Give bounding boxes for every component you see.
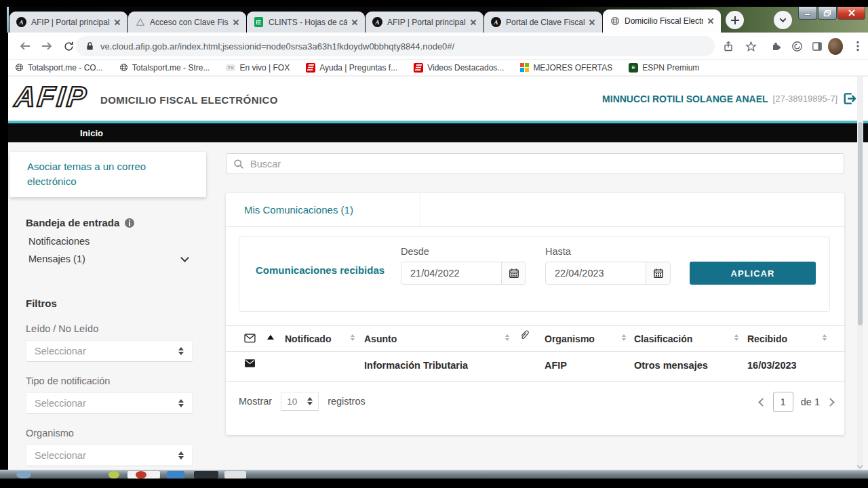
select-arrows-icon (178, 399, 184, 407)
info-icon[interactable] (124, 218, 135, 228)
extension-circle-icon[interactable] (789, 39, 804, 54)
tab-close-icon[interactable] (469, 18, 478, 27)
filter-select-organismo[interactable]: Seleccionar (26, 445, 193, 466)
browser-tab-2[interactable]: Acceso con Clave Fisca (128, 12, 246, 33)
taskbar-icon (108, 471, 119, 479)
apply-button[interactable]: APLICAR (690, 262, 816, 285)
taskbar-icon (167, 471, 184, 479)
nav-item-inicio[interactable]: Inicio (80, 128, 103, 138)
bookmark-item[interactable]: E ESPN Premium (629, 63, 699, 73)
bookmark-item[interactable]: TV En vivo | FOX (226, 63, 290, 73)
page-next-icon[interactable] (826, 398, 835, 407)
window-maximize-button[interactable] (818, 7, 837, 20)
tab-title: Portal de Clave Fiscal (506, 18, 585, 27)
sidebar-item-mensajes[interactable]: Mensajes (1) (28, 253, 85, 264)
forward-icon[interactable] (39, 39, 54, 54)
tab-close-icon[interactable] (113, 18, 122, 27)
page-number-input[interactable] (773, 392, 793, 412)
sort-icon[interactable] (734, 334, 738, 341)
tab-mis-comunicaciones[interactable]: Mis Comunicaciones (1) (226, 193, 420, 226)
bookmark-star-icon[interactable] (743, 39, 758, 54)
browser-tab-active[interactable]: Domicilio Fiscal Electró (603, 9, 721, 33)
browser-tab-4[interactable]: A AFIP | Portal principal (366, 12, 484, 33)
afip-header: AFIP DOMICILIO FISCAL ELECTRÓNICO MINNUC… (8, 76, 868, 121)
filter-select-tipo[interactable]: Seleccionar (26, 392, 193, 414)
globe-icon (15, 63, 24, 72)
search-box[interactable] (226, 153, 844, 174)
cell-asunto: Información Tributaria (364, 360, 468, 371)
scrollbar-thumb[interactable] (858, 122, 863, 325)
reload-icon[interactable] (61, 39, 76, 54)
tab-close-icon[interactable] (587, 18, 597, 27)
extensions-puzzle-icon[interactable] (768, 39, 783, 54)
tab-close-icon[interactable] (231, 18, 241, 27)
column-asunto[interactable]: Asunto (364, 333, 397, 344)
search-icon (233, 159, 244, 169)
communications-card: Mis Comunicaciones (1) Comunicaciones re… (226, 193, 844, 435)
sort-icon[interactable] (505, 334, 509, 341)
select-arrows-icon (178, 451, 184, 460)
browser-tab-1[interactable]: A AFIP | Portal principal (9, 12, 127, 33)
from-calendar-button[interactable] (501, 262, 526, 284)
to-calendar-button[interactable] (646, 262, 670, 284)
chevron-down-icon (780, 16, 787, 22)
window-close-button[interactable] (837, 7, 865, 20)
side-panel-icon[interactable] (810, 39, 825, 54)
espn-premium-favicon: E (629, 63, 638, 73)
to-date-input[interactable] (546, 262, 646, 284)
bookmark-item[interactable]: Totalsport.me - Stre... (119, 63, 210, 73)
windows-taskbar (0, 470, 868, 479)
browser-tab-5[interactable]: A Portal de Clave Fiscal (484, 12, 602, 33)
sort-asc-icon[interactable] (267, 335, 274, 340)
column-clasificacion[interactable]: Clasificación (634, 333, 692, 344)
scrollbar-down-icon[interactable] (857, 463, 863, 468)
column-organismo[interactable]: Organismo (545, 333, 595, 344)
from-date-input[interactable] (401, 262, 501, 284)
column-envelope[interactable] (244, 333, 256, 343)
records-label: registros (328, 396, 366, 407)
search-input[interactable] (250, 159, 837, 169)
window-minimize-button[interactable] (798, 7, 817, 20)
sort-icon[interactable] (823, 334, 827, 341)
tab-search-button[interactable] (774, 11, 792, 29)
cell-recibido: 16/03/2023 (747, 360, 797, 371)
profile-avatar[interactable] (828, 39, 843, 54)
show-label: Mostrar (239, 396, 272, 407)
bookmark-item[interactable]: MEJORES OFERTAS (520, 63, 612, 73)
afip-favicon: A (372, 17, 382, 27)
page-scrollbar[interactable] (857, 76, 863, 470)
calendar-icon (509, 268, 519, 279)
tab-close-icon[interactable] (350, 18, 359, 27)
address-bar[interactable]: ve.cloud.afip.gob.ar/index.html;jsession… (76, 36, 715, 56)
chevron-down-icon[interactable] (180, 253, 189, 262)
browser-tab-3[interactable]: CLINTS - Hojas de cálc (247, 12, 365, 33)
user-name: MINNUCCI ROTILI SOLANGE ANAEL (602, 94, 768, 104)
bookmark-item[interactable]: Videos Destacados... (414, 63, 504, 73)
browser-menu-kebab-icon[interactable] (850, 39, 865, 54)
paperclip-icon (519, 329, 530, 344)
filter-label-organismo: Organismo (26, 428, 74, 439)
taskbar-icon (136, 471, 146, 479)
afip-favicon: A (16, 17, 26, 27)
tab-title: Domicilio Fiscal Electró (625, 16, 703, 26)
sidebar-item-notificaciones[interactable]: Notificaciones (28, 236, 90, 247)
back-icon[interactable] (18, 39, 33, 54)
page-size-select[interactable]: 10 (281, 392, 319, 411)
bookmark-item[interactable]: Ayuda | Preguntas f... (306, 63, 397, 73)
column-notificado[interactable]: Notificado (285, 333, 331, 344)
associate-email-link[interactable]: Asociar temas a un correo electrónico (27, 159, 193, 189)
received-communications-label: Comunicaciones recibidas (256, 264, 384, 276)
column-recibido[interactable]: Recibido (747, 333, 787, 344)
new-tab-button[interactable] (726, 11, 744, 29)
page-prev-icon[interactable] (758, 398, 767, 407)
sort-icon[interactable] (622, 334, 626, 341)
associate-email-card[interactable]: Asociar temas a un correo electrónico (9, 152, 206, 197)
date-filter-panel: Comunicaciones recibidas Desde Hasta (239, 237, 830, 312)
sort-icon[interactable] (351, 334, 355, 341)
tab-close-icon[interactable] (706, 16, 715, 26)
filter-select-leido[interactable]: Seleccionar (26, 340, 193, 362)
bookmark-item[interactable]: Totalsport.me - CO... (15, 63, 103, 73)
share-icon[interactable] (721, 39, 736, 54)
logout-icon[interactable] (842, 92, 857, 105)
start-orb (16, 471, 31, 479)
